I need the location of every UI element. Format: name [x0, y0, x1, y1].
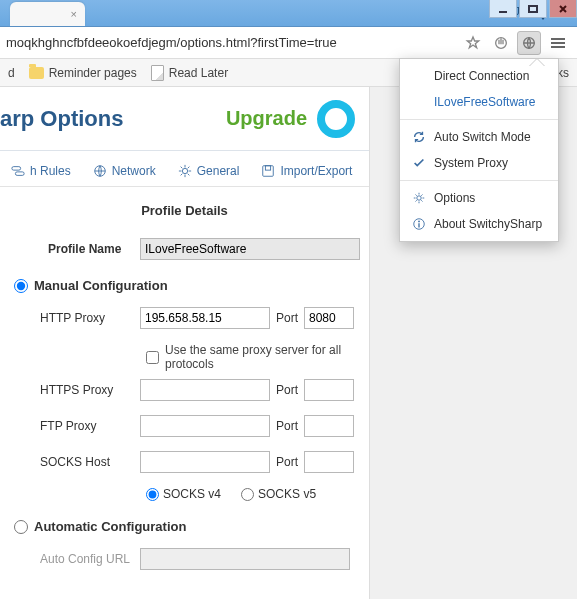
- tab-import-export[interactable]: Import/Export: [250, 156, 363, 186]
- svg-rect-7: [263, 166, 274, 177]
- page-icon: [151, 65, 164, 81]
- menu-separator: [400, 119, 558, 120]
- save-icon: [261, 164, 275, 178]
- https-proxy-host-input[interactable]: [140, 379, 270, 401]
- port-label: Port: [276, 383, 298, 397]
- tab-label: Network: [112, 164, 156, 178]
- same-proxy-label: Use the same proxy server for all protoc…: [165, 343, 355, 371]
- info-icon: [412, 217, 426, 231]
- manual-config-label: Manual Configuration: [34, 278, 168, 293]
- bookmark-star-icon[interactable]: [461, 31, 485, 55]
- tab-rules[interactable]: h Rules: [0, 156, 82, 186]
- close-window-button[interactable]: [549, 0, 577, 18]
- http-proxy-label: HTTP Proxy: [0, 311, 140, 325]
- maximize-button[interactable]: [519, 0, 547, 18]
- bookmark-item[interactable]: Read Later: [151, 65, 228, 81]
- menu-label: Direct Connection: [434, 69, 529, 83]
- menu-label: System Proxy: [434, 156, 508, 170]
- bookmark-label: Reminder pages: [49, 66, 137, 80]
- blank-icon: [412, 95, 426, 109]
- page-title: arp Options: [0, 106, 123, 132]
- network-icon: [93, 164, 107, 178]
- socks-host-input[interactable]: [140, 451, 270, 473]
- auto-config-radio[interactable]: [14, 520, 28, 534]
- menu-auto-switch[interactable]: Auto Switch Mode: [400, 124, 558, 150]
- svg-rect-8: [266, 166, 271, 170]
- socks-host-label: SOCKS Host: [0, 455, 140, 469]
- profile-name-input[interactable]: [140, 238, 360, 260]
- menu-label: Auto Switch Mode: [434, 130, 531, 144]
- gear-icon: [412, 191, 426, 205]
- ftp-proxy-label: FTP Proxy: [0, 419, 140, 433]
- tab-label: General: [197, 164, 240, 178]
- auto-config-label: Automatic Configuration: [34, 519, 186, 534]
- folder-icon: [29, 67, 44, 79]
- port-label: Port: [276, 311, 298, 325]
- menu-options[interactable]: Options: [400, 185, 558, 211]
- bookmarks-overflow-text: d: [8, 66, 15, 80]
- svg-rect-4: [15, 172, 24, 176]
- menu-profile-selected[interactable]: ILoveFreeSoftware: [400, 89, 558, 115]
- options-tabs: h Rules Network General Import/Export: [0, 151, 369, 187]
- ftp-proxy-port-input[interactable]: [304, 415, 354, 437]
- socks-port-input[interactable]: [304, 451, 354, 473]
- ring-icon: [317, 100, 355, 138]
- url-input[interactable]: moqkhghncfbfdeeokoefdjegm/options.html?f…: [6, 31, 457, 55]
- browser-tab[interactable]: ×: [10, 2, 85, 26]
- tab-label: Import/Export: [280, 164, 352, 178]
- refresh-icon: [412, 130, 426, 144]
- menu-label: About SwitchySharp: [434, 217, 542, 231]
- auto-url-label: Auto Config URL: [0, 552, 140, 566]
- svg-point-11: [418, 221, 420, 223]
- manual-config-radio[interactable]: [14, 279, 28, 293]
- svg-rect-3: [12, 167, 21, 171]
- upgrade-link[interactable]: Upgrade: [226, 107, 307, 130]
- same-proxy-checkbox[interactable]: [146, 351, 159, 364]
- https-proxy-label: HTTPS Proxy: [0, 383, 140, 397]
- socks-v5-option[interactable]: SOCKS v5: [241, 487, 316, 501]
- socks-v4-option[interactable]: SOCKS v4: [146, 487, 221, 501]
- extension-popup: Direct Connection ILoveFreeSoftware Auto…: [399, 58, 559, 242]
- close-tab-icon[interactable]: ×: [71, 8, 77, 20]
- tab-general[interactable]: General: [167, 156, 251, 186]
- menu-label: ILoveFreeSoftware: [434, 95, 535, 109]
- blank-icon: [412, 69, 426, 83]
- tab-label: h Rules: [30, 164, 71, 178]
- ftp-proxy-host-input[interactable]: [140, 415, 270, 437]
- menu-system-proxy[interactable]: System Proxy: [400, 150, 558, 176]
- profile-details-heading: Profile Details: [0, 203, 369, 218]
- svg-point-9: [417, 196, 421, 200]
- http-proxy-port-input[interactable]: [304, 307, 354, 329]
- gear-icon: [178, 164, 192, 178]
- bookmark-folder[interactable]: Reminder pages: [29, 66, 137, 80]
- menu-separator: [400, 180, 558, 181]
- socks-v4-radio[interactable]: [146, 488, 159, 501]
- check-icon: [412, 156, 426, 170]
- menu-icon[interactable]: [545, 31, 571, 55]
- menu-about[interactable]: About SwitchySharp: [400, 211, 558, 237]
- svg-rect-0: [529, 6, 537, 12]
- http-proxy-host-input[interactable]: [140, 307, 270, 329]
- tab-network[interactable]: Network: [82, 156, 167, 186]
- profile-name-label: Profile Name: [0, 242, 140, 256]
- minimize-button[interactable]: [489, 0, 517, 18]
- switch-icon: [11, 164, 25, 178]
- socks-v5-radio[interactable]: [241, 488, 254, 501]
- bookmark-label: Read Later: [169, 66, 228, 80]
- options-page: arp Options Upgrade h Rules Network Gene…: [0, 87, 370, 599]
- auto-url-input[interactable]: [140, 548, 350, 570]
- block-icon[interactable]: [489, 31, 513, 55]
- menu-label: Options: [434, 191, 475, 205]
- port-label: Port: [276, 419, 298, 433]
- svg-point-6: [182, 168, 187, 173]
- https-proxy-port-input[interactable]: [304, 379, 354, 401]
- address-bar: moqkhghncfbfdeeokoefdjegm/options.html?f…: [0, 27, 577, 59]
- port-label: Port: [276, 455, 298, 469]
